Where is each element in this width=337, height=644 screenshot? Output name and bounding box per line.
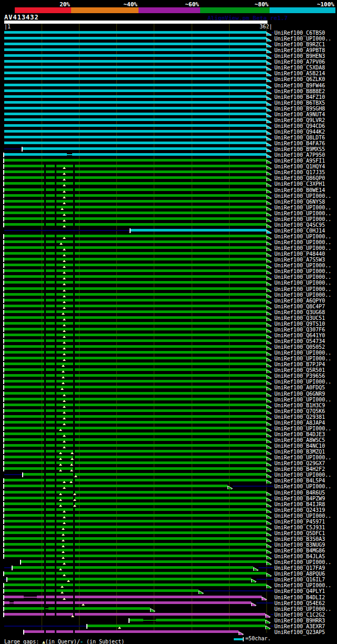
hit-label[interactable]: UniRef100_UPI000.. [274, 397, 336, 402]
alignment-row[interactable]: UniRef100_B3S0A3 [0, 536, 337, 542]
hit-label[interactable]: UniRef100_UPI000.. [274, 513, 336, 519]
hit-label[interactable]: UniRef100_Q6NYS8 [274, 199, 336, 205]
alignment-row[interactable]: UniRef100_UPI000.. [0, 234, 337, 239]
alignment-row[interactable]: UniRef100_B4JLA5 [0, 554, 337, 559]
hit-label[interactable]: UniRef100_B1H3C9 [274, 402, 336, 408]
alignment-row[interactable]: UniRef100_Q17FA9 [0, 565, 337, 571]
alignment-row[interactable]: UniRef100_Q641Y0 [0, 333, 337, 338]
alignment-row[interactable]: UniRef100_B9FW46 [0, 83, 337, 88]
hit-label[interactable]: UniRef100_B6TBX5 [274, 100, 336, 106]
alignment-row[interactable]: UniRef100_UPI000.. [0, 606, 337, 612]
hit-label[interactable]: UniRef100_B9RZC1 [274, 42, 336, 47]
alignment-row[interactable]: UniRef100_UPI000.. [0, 472, 337, 478]
alignment-row[interactable]: UniRef100_Q94CD6 [0, 123, 337, 129]
alignment-row[interactable]: UniRef100_B8B8E2 [0, 88, 337, 94]
hit-label[interactable]: UniRef100_UPI000.. [274, 559, 336, 565]
hit-label[interactable]: UniRef100_UPI000.. [274, 263, 336, 268]
alignment-row[interactable]: UniRef100_UPI000.. [0, 193, 337, 199]
hit-label[interactable]: UniRef100_Q24319 [274, 507, 336, 513]
hit-label[interactable]: UniRef100_UPI000.. [274, 205, 336, 210]
alignment-row[interactable]: UniRef100_UPI000.. [0, 350, 337, 356]
alignment-row[interactable]: UniRef100_UPI000.. [0, 426, 337, 431]
hit-label[interactable]: UniRef100_Q3UC51 [274, 315, 336, 321]
alignment-row[interactable]: UniRef100_UPI000.. [0, 484, 337, 489]
alignment-row[interactable]: UniRef100_P39656 [0, 373, 337, 379]
hit-label[interactable]: UniRef100_UPI000.. [274, 36, 336, 42]
alignment-row[interactable]: UniRef100_B4NC10 [0, 443, 337, 449]
alignment-row[interactable]: UniRef100_UPI000.. [0, 280, 337, 286]
hit-label[interactable]: UniRef100_B4H2F2 [274, 466, 336, 472]
alignment-row[interactable]: UniRef100_UPI000.. [0, 263, 337, 268]
hit-label[interactable]: UniRef100_UPI000.. [274, 193, 336, 199]
hit-label[interactable]: UniRef100_A7P950 [274, 152, 336, 158]
hit-label[interactable]: UniRef100_UPI000.. [274, 234, 336, 239]
hit-label[interactable]: UniRef100_Q6ZLK0 [274, 76, 336, 82]
hit-label[interactable]: UniRef100_UPI000.. [274, 582, 336, 588]
alignment-row[interactable]: UniRef100_B9SGH8 [0, 106, 337, 112]
hit-label[interactable]: UniRef100_Q9LVR2 [274, 117, 336, 123]
hit-label[interactable]: UniRef100_O54734 [274, 338, 336, 344]
alignment-row[interactable]: UniRef100_Q16IL7 [0, 577, 337, 582]
hit-label[interactable]: UniRef100_Q29381 [274, 414, 336, 420]
alignment-row[interactable]: UniRef100_C5XDA8 [0, 65, 337, 71]
alignment-row[interactable]: UniRef100_B4DJE3 [0, 431, 337, 437]
alignment-row[interactable]: UniRef100_Q23AP5 [0, 629, 337, 635]
alignment-row[interactable]: UniRef100_Q9LVR2 [0, 117, 337, 123]
alignment-row[interactable]: UniRef100_B3NUG9 [0, 542, 337, 548]
hit-label[interactable]: UniRef100_C5XDA8 [274, 65, 336, 71]
alignment-row[interactable]: UniRef100_Q54E62 [0, 600, 337, 606]
alignment-row[interactable]: UniRef100_Q4PLY1 [0, 588, 337, 594]
alignment-row[interactable]: UniRef100_A9PBT8 [0, 47, 337, 53]
alignment-row[interactable]: UniRef100_B9MXS5 [0, 146, 337, 152]
alignment-row[interactable]: UniRef100_UPI000.. [0, 356, 337, 361]
hit-label[interactable]: UniRef100_UPI000.. [274, 286, 336, 292]
alignment-row[interactable]: UniRef100_Q29GX7 [0, 460, 337, 466]
alignment-row[interactable]: UniRef100_Q3UG68 [0, 309, 337, 315]
alignment-row[interactable]: UniRef100_Q86QP0 [0, 175, 337, 181]
alignment-row[interactable]: UniRef100_Q9TS10 [0, 321, 337, 327]
alignment-row[interactable]: UniRef100_Q17J35 [0, 169, 337, 175]
hit-label[interactable]: UniRef100_B4DJE3 [274, 431, 336, 437]
alignment-row[interactable]: UniRef100_B9RZC1 [0, 42, 337, 47]
alignment-row[interactable]: UniRef100_UPI000.. [0, 268, 337, 274]
alignment-row[interactable]: UniRef100_UPI000.. [0, 245, 337, 251]
alignment-row[interactable]: UniRef100_B4L5P4 [0, 478, 337, 484]
alignment-row[interactable]: UniRef100_B4MG86 [0, 548, 337, 554]
alignment-row[interactable]: UniRef100_UPI000.. [0, 210, 337, 216]
alignment-row[interactable]: UniRef100_A8JAP4 [0, 420, 337, 426]
hit-label[interactable]: UniRef100_P45971 [274, 519, 336, 525]
hit-label[interactable]: UniRef100_UPI000.. [274, 216, 336, 222]
alignment-row[interactable]: UniRef100_Q5R501 [0, 367, 337, 373]
alignment-row[interactable]: UniRef100_Q29381 [0, 414, 337, 420]
alignment-row[interactable]: UniRef100_Q8LDT6 [0, 135, 337, 140]
hit-label[interactable]: UniRef100_Q17J35 [274, 169, 336, 175]
hit-label[interactable]: UniRef100_B4JLA5 [274, 554, 336, 559]
alignment-row[interactable]: UniRef100_UPI000.. [0, 582, 337, 588]
alignment-row[interactable]: UniRef100_B7PJP4 [0, 361, 337, 367]
hit-label[interactable]: UniRef100_B4IJR8 [274, 501, 336, 507]
alignment-row[interactable]: UniRef100_C6TBS0 [0, 30, 337, 36]
alignment-row[interactable]: UniRef100_B4DLI2 [0, 595, 337, 600]
hit-label[interactable]: UniRef100_Q4SC95 [274, 222, 336, 228]
alignment-row[interactable]: UniRef100_UPI000.. [0, 286, 337, 292]
alignment-row[interactable]: UniRef100_C5J931 [0, 525, 337, 530]
hit-label[interactable]: UniRef100_B9HEN3 [274, 53, 336, 59]
hit-label[interactable]: UniRef100_Q4PLY1 [274, 588, 336, 594]
hit-label[interactable]: UniRef100_UPI000.. [274, 484, 336, 489]
hit-label[interactable]: UniRef100_Q29GX7 [274, 460, 336, 466]
alignment-row[interactable]: UniRef100_C1C2G2 [0, 612, 337, 618]
hit-label[interactable]: UniRef100_A7S5W3 [274, 257, 336, 263]
hit-label[interactable]: UniRef100_Q54E62 [274, 600, 336, 606]
alignment-row[interactable]: UniRef100_UPI000.. [0, 36, 337, 42]
alignment-row[interactable]: UniRef100_Q7Q5K6 [0, 408, 337, 414]
hit-label[interactable]: UniRef100_A7PV06 [274, 59, 336, 65]
alignment-row[interactable]: UniRef100_C0HJ14 [0, 228, 337, 234]
alignment-row[interactable]: UniRef100_A3EXR7 [0, 623, 337, 629]
alignment-row[interactable]: UniRef100_Q307F6 [0, 327, 337, 333]
hit-label[interactable]: UniRef100_P39656 [274, 373, 336, 379]
hit-label[interactable]: UniRef100_Q7Q5K6 [274, 408, 336, 414]
alignment-row[interactable]: UniRef100_B4FA76 [0, 140, 337, 146]
alignment-row[interactable]: UniRef100_Q4SC95 [0, 222, 337, 228]
hit-label[interactable]: UniRef100_A9NUT4 [274, 112, 336, 117]
alignment-row[interactable]: UniRef100_O54734 [0, 338, 337, 344]
